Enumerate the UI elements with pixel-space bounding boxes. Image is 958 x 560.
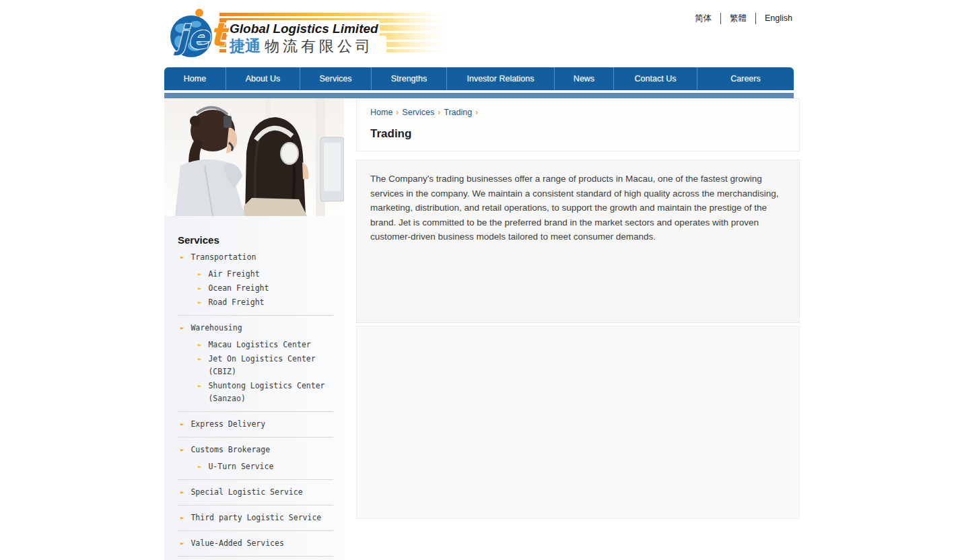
menu-label: Warehousing <box>191 322 242 335</box>
menu-label-line1: Shuntong Logistics Center <box>208 381 324 390</box>
arrow-bullet-icon: ► <box>180 486 184 499</box>
svg-text:je: je <box>173 18 211 56</box>
nav-item-investor-relations[interactable]: Investor Relations <box>447 67 555 90</box>
arrow-bullet-icon: ► <box>198 296 201 309</box>
logo-company-zh-highlight: 捷通 <box>229 37 261 55</box>
menu-divider <box>178 411 333 412</box>
nav-item-services[interactable]: Services <box>300 67 372 90</box>
sidebar-item-value-added-services[interactable]: ► Value-Added Services <box>178 537 333 550</box>
breadcrumb-home[interactable]: Home <box>370 108 392 117</box>
services-menu: ► Transportation ► Air Freight ► Ocean F… <box>164 251 344 560</box>
main-navigation: Home About Us Services Strengths Investo… <box>164 67 794 90</box>
nav-item-careers[interactable]: Careers <box>697 67 794 90</box>
menu-label: Special Logistic Service <box>191 486 302 499</box>
nav-item-contact-us[interactable]: Contact Us <box>614 67 697 90</box>
menu-label: Macau Logistics Center <box>208 339 310 351</box>
arrow-bullet-icon: ► <box>198 353 201 378</box>
menu-divider <box>178 530 333 531</box>
content-area: Services ► Transportation ► Air Freight … <box>164 98 794 560</box>
menu-divider <box>178 437 333 438</box>
empty-content-panel <box>356 326 800 519</box>
menu-divider <box>178 315 333 316</box>
menu-label: Express Delivery <box>191 418 265 431</box>
arrow-bullet-icon: ► <box>180 444 184 456</box>
nav-item-home[interactable]: Home <box>164 67 226 90</box>
arrow-bullet-icon: ► <box>198 268 201 281</box>
breadcrumb: Home›Services›Trading› <box>370 108 786 117</box>
lang-traditional-chinese[interactable]: 繁體 <box>721 13 756 24</box>
menu-divider <box>178 556 333 557</box>
page-content-panel: The Company's trading businesses offer a… <box>356 160 800 323</box>
sidebar-item-road-freight[interactable]: ► Road Freight <box>178 296 333 309</box>
breadcrumb-arrow-icon: › <box>396 108 399 117</box>
arrow-bullet-icon: ► <box>180 512 184 524</box>
breadcrumb-services[interactable]: Services <box>402 108 434 117</box>
menu-label: Third party Logistic Service <box>191 512 321 524</box>
menu-label: Shuntong Logistics Center (Sanzao) <box>208 380 324 405</box>
arrow-bullet-icon: ► <box>180 322 184 335</box>
breadcrumb-arrow-icon: › <box>438 108 440 117</box>
page-header-panel: Home›Services›Trading› Trading <box>356 98 800 151</box>
sidebar-item-u-turn-service[interactable]: ► U-Turn Service <box>178 460 333 473</box>
sidebar: Services ► Transportation ► Air Freight … <box>164 98 344 560</box>
logo-company-zh-rest: 物流有限公司 <box>265 38 374 55</box>
sidebar-item-third-party-logistic-service[interactable]: ► Third party Logistic Service <box>178 512 333 524</box>
menu-label-line2: (CBIZ) <box>208 365 315 378</box>
customer-service-photo <box>164 98 344 216</box>
sidebar-item-shuntong-logistics-center[interactable]: ► Shuntong Logistics Center (Sanzao) <box>178 380 333 405</box>
page-title: Trading <box>370 127 786 141</box>
menu-divider <box>178 479 333 480</box>
menu-label: Value-Added Services <box>191 537 283 550</box>
arrow-bullet-icon: ► <box>180 251 184 264</box>
company-logo[interactable]: je t Global Logistics Limited 捷通 物流有限公司 <box>166 5 447 61</box>
arrow-bullet-icon: ► <box>198 282 201 295</box>
menu-label: Ocean Freight <box>208 282 269 295</box>
breadcrumb-trading[interactable]: Trading <box>444 108 472 117</box>
breadcrumb-arrow-icon: › <box>475 108 478 117</box>
arrow-bullet-icon: ► <box>198 339 201 351</box>
sidebar-item-macau-logistics-center[interactable]: ► Macau Logistics Center <box>178 339 333 351</box>
nav-item-about-us[interactable]: About Us <box>226 67 300 90</box>
menu-label: Road Freight <box>208 296 264 309</box>
arrow-bullet-icon: ► <box>180 418 184 431</box>
header: je t Global Logistics Limited 捷通 物流有限公司 … <box>164 0 794 67</box>
sidebar-item-ocean-freight[interactable]: ► Ocean Freight <box>178 282 333 295</box>
menu-label-line1: Jet On Logistics Center <box>208 354 315 363</box>
logo-company-en: Global Logistics Limited <box>230 22 378 36</box>
sidebar-item-air-freight[interactable]: ► Air Freight <box>178 268 333 281</box>
menu-label: Customs Brokerage <box>191 444 270 456</box>
menu-label: U-Turn Service <box>208 460 273 473</box>
nav-accent-strip <box>164 93 794 98</box>
menu-label-line2: (Sanzao) <box>208 392 324 405</box>
page-container: je t Global Logistics Limited 捷通 物流有限公司 … <box>164 0 794 560</box>
sidebar-heading: Services <box>178 234 344 246</box>
arrow-bullet-icon: ► <box>198 460 201 473</box>
menu-label: Air Freight <box>208 268 259 281</box>
sidebar-item-special-logistic-service[interactable]: ► Special Logistic Service <box>178 486 333 499</box>
arrow-bullet-icon: ► <box>198 380 201 405</box>
sidebar-item-express-delivery[interactable]: ► Express Delivery <box>178 418 333 431</box>
language-switcher: 简体 繁體 English <box>686 13 794 24</box>
sidebar-item-warehousing[interactable]: ► Warehousing <box>178 322 333 335</box>
main-column: Home›Services›Trading› Trading The Compa… <box>356 98 800 560</box>
sidebar-item-customs-brokerage[interactable]: ► Customs Brokerage <box>178 444 333 456</box>
body-paragraph: The Company's trading businesses offer a… <box>370 172 786 244</box>
nav-item-news[interactable]: News <box>555 67 614 90</box>
sidebar-item-transportation[interactable]: ► Transportation <box>178 251 333 264</box>
sidebar-item-jet-on-logistics-center[interactable]: ► Jet On Logistics Center (CBIZ) <box>178 353 333 378</box>
arrow-bullet-icon: ► <box>180 537 184 550</box>
menu-label: Transportation <box>191 251 256 264</box>
menu-divider <box>178 505 333 505</box>
lang-english[interactable]: English <box>756 13 794 24</box>
nav-item-strengths[interactable]: Strengths <box>372 67 447 90</box>
lang-simplified-chinese[interactable]: 简体 <box>686 13 721 24</box>
menu-label: Jet On Logistics Center (CBIZ) <box>208 353 315 378</box>
